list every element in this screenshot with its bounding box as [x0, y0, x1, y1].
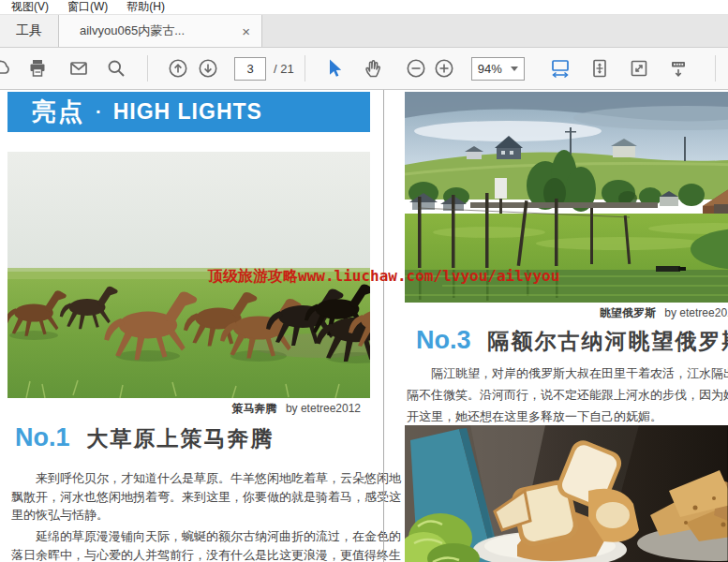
- fullscreen-icon[interactable]: [628, 57, 650, 80]
- zoom-level-value: 94%: [478, 62, 511, 76]
- page-down-icon[interactable]: [197, 57, 219, 80]
- collapse-toolbar-icon[interactable]: [667, 57, 690, 80]
- menu-bar: 视图(V) 窗口(W) 帮助(H): [0, 0, 728, 15]
- close-icon[interactable]: ×: [238, 24, 254, 38]
- page-total-label: / 21: [274, 62, 294, 76]
- banner-title-zh: 亮点: [32, 96, 84, 128]
- paragraph: 延绵的草原漫漫铺向天际，蜿蜒的额尔古纳河曲折的流过，在金色的 落日余晖中，与心爱…: [11, 527, 401, 562]
- chevron-down-icon: [511, 67, 518, 71]
- paragraph-line: 隔江眺望，对岸的俄罗斯大叔在田里干着农活，江水隔出了国界，: [407, 362, 728, 384]
- section-banner: 亮点 · HIGH LIGHTS: [7, 92, 370, 132]
- print-icon[interactable]: [26, 57, 49, 80]
- right-page: 眺望俄罗斯 by etetree2012 No.3 隔额尔古纳河眺望俄罗斯 隔江…: [405, 90, 728, 562]
- toolbar-separator: [305, 55, 305, 81]
- tab-document[interactable]: ailvyou065内蒙古... ×: [59, 15, 262, 47]
- hand-tool-icon[interactable]: [362, 57, 384, 80]
- document-viewport[interactable]: 亮点 · HIGH LIGHTS: [0, 90, 728, 562]
- paragraph-line: 来到呼伦贝尔，才知道什么是草原。牛羊悠闲地吃着草，云朵悠闲地: [11, 469, 401, 488]
- page-number-input[interactable]: [234, 57, 266, 81]
- banner-dot: ·: [96, 101, 102, 123]
- pdf-reader-window: { "window": { "menu_items": ["视图(V)", "窗…: [0, 0, 728, 562]
- article-heading: No.1 大草原上策马奔腾: [15, 423, 275, 453]
- menu-window[interactable]: 窗口(W): [64, 0, 111, 15]
- paragraph: 来到呼伦贝尔，才知道什么是草原。牛羊悠闲地吃着草，云朵悠闲地 飘散开，河水也悠闲…: [11, 469, 401, 525]
- fit-page-icon[interactable]: [588, 57, 611, 80]
- photo-caption: 策马奔腾 by etetree2012: [7, 401, 361, 417]
- toolbar-separator: [715, 55, 716, 81]
- zoom-out-icon[interactable]: [405, 57, 427, 80]
- select-tool-icon[interactable]: [322, 57, 345, 80]
- food-photo: [405, 425, 728, 562]
- cloud-icon[interactable]: [0, 57, 10, 80]
- menu-help[interactable]: 帮助(H): [123, 0, 169, 15]
- photo-caption-title: 眺望俄罗斯: [600, 306, 656, 319]
- page-number-box: [234, 57, 266, 81]
- zoom-level-select[interactable]: 94%: [471, 57, 525, 81]
- photo-caption-credit: by etetree2012: [664, 306, 728, 319]
- article-heading: No.3 隔额尔古纳河眺望俄罗斯: [416, 326, 728, 356]
- banner-title-en: HIGH LIGHTS: [113, 99, 262, 125]
- page-up-icon[interactable]: [167, 57, 189, 80]
- toolbar: / 21 94%: [0, 48, 728, 90]
- watermark-text: 顶级旅游攻略www.liuchaw.com/lvyou/ailvyou: [208, 267, 559, 287]
- paragraph: 隔江眺望，对岸的俄罗斯大叔在田里干着农活，江水隔出了国界， 隔不住微笑。沿河而行…: [407, 362, 728, 427]
- photo-caption: 眺望俄罗斯 by etetree2012: [600, 305, 728, 321]
- tab-tools[interactable]: 工具: [0, 15, 59, 47]
- heading-number: No.3: [416, 326, 471, 355]
- menu-view[interactable]: 视图(V): [7, 0, 52, 15]
- paragraph-line: 落日余晖中，与心爱的人并驾前行，没有什么是比这更浪漫，更值得终生: [11, 546, 401, 562]
- paragraph-line: 开这里，她还想在这里多释放一下自己的妩媚。: [407, 406, 728, 427]
- email-icon[interactable]: [67, 57, 90, 80]
- paragraph-line: 飘散开，河水也悠闲地拐着弯。来到这里，你要做的就是骑着马，感受这: [11, 488, 401, 507]
- tab-bar: 工具 ailvyou065内蒙古... ×: [0, 15, 728, 48]
- heading-title: 隔额尔古纳河眺望俄罗斯: [488, 327, 728, 356]
- toolbar-separator: [147, 55, 148, 81]
- zoom-in-icon[interactable]: [433, 57, 455, 80]
- paragraph-line: 里的恢弘与恬静。: [11, 506, 401, 525]
- search-icon[interactable]: [105, 57, 127, 80]
- fit-width-icon[interactable]: [549, 57, 572, 80]
- tab-document-title: ailvyou065内蒙古...: [80, 22, 238, 39]
- heading-title: 大草原上策马奔腾: [87, 424, 275, 453]
- page-divider: [383, 90, 384, 562]
- photo-caption-title: 策马奔腾: [232, 402, 277, 415]
- photo-caption-credit: by etetree2012: [286, 402, 361, 415]
- paragraph-line: 隔不住微笑。沿河而行，说不定还能跟上河水的步伐，因为她并不想离: [407, 384, 728, 406]
- paragraph-line: 延绵的草原漫漫铺向天际，蜿蜒的额尔古纳河曲折的流过，在金色的: [11, 527, 401, 546]
- heading-number: No.1: [15, 423, 70, 452]
